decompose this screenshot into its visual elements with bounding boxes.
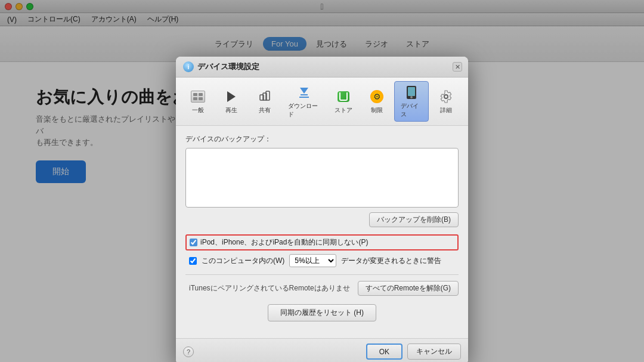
toolbar-general-button[interactable]: 一般 bbox=[182, 86, 214, 117]
device-icon-shape bbox=[407, 86, 416, 99]
computer-row: このコンピュータ内の(W) 5%以上 10%以上 15%以上 25%以上 データ… bbox=[185, 254, 459, 267]
backup-delete-button[interactable]: バックアップを削除(B) bbox=[369, 212, 459, 227]
help-button[interactable]: ? bbox=[183, 346, 194, 357]
gear-icon-svg bbox=[439, 89, 453, 104]
computer-checkbox-label: このコンピュータ内の(W) bbox=[202, 256, 284, 266]
backup-section-label: デバイスのバックアップ： bbox=[185, 134, 459, 144]
footer-buttons: OK キャンセル bbox=[366, 344, 461, 360]
remote-label: iTunesにペアリングされているRemoteはありませ bbox=[189, 283, 353, 293]
toolbar-general-label: 一般 bbox=[192, 106, 204, 115]
share-icon-svg bbox=[259, 91, 271, 103]
toolbar-device-label: デバイス bbox=[401, 102, 422, 119]
backup-list bbox=[185, 148, 459, 208]
sync-checkbox-label: iPod、iPhone、およびiPadを自動的に同期しない(P) bbox=[200, 237, 368, 247]
toolbar-device-button[interactable]: デバイス bbox=[394, 81, 429, 122]
divider bbox=[185, 274, 459, 275]
remote-section: iTunesにペアリングされているRemoteはありませ すべてのRemoteを… bbox=[185, 281, 459, 296]
toolbar-restrict-label: 制限 bbox=[371, 106, 383, 115]
share-icon bbox=[256, 88, 273, 105]
gear-icon bbox=[438, 88, 454, 105]
download-icon-shape bbox=[298, 87, 310, 98]
restrict-icon: ⚙ bbox=[369, 88, 385, 105]
sync-history-reset-button[interactable]: 同期の履歴をリセット (H) bbox=[268, 304, 376, 321]
dialog-icon: i bbox=[183, 61, 194, 72]
dialog-titlebar: i デバイス環境設定 ✕ bbox=[176, 57, 468, 78]
toolbar-share-label: 共有 bbox=[259, 106, 271, 115]
sync-checkbox-row: iPod、iPhone、およびiPadを自動的に同期しない(P) bbox=[185, 234, 459, 250]
percent-select[interactable]: 5%以上 10%以上 15%以上 25%以上 bbox=[289, 254, 336, 267]
dialog-close-button[interactable]: ✕ bbox=[453, 62, 462, 72]
toolbar-advanced-button[interactable]: 詳細 bbox=[430, 86, 462, 117]
device-settings-dialog: i デバイス環境設定 ✕ 一般 再生 bbox=[176, 57, 468, 362]
play-icon-shape bbox=[227, 91, 236, 102]
restrict-icon-shape: ⚙ bbox=[370, 90, 383, 103]
toolbar-restrict-button[interactable]: ⚙ 制限 bbox=[361, 86, 393, 117]
dialog-body: デバイスのバックアップ： バックアップを削除(B) iPod、iPhone、およ… bbox=[176, 126, 468, 338]
play-icon bbox=[223, 88, 240, 105]
store-icon-shape bbox=[338, 91, 349, 102]
cancel-button[interactable]: キャンセル bbox=[407, 344, 461, 360]
general-icon-shape bbox=[191, 91, 205, 103]
toolbar-store-button[interactable]: ストア bbox=[327, 86, 360, 117]
toolbar-store-label: ストア bbox=[335, 106, 352, 115]
ok-button[interactable]: OK bbox=[366, 344, 402, 360]
store-icon bbox=[335, 88, 352, 105]
sync-checkbox[interactable] bbox=[190, 239, 197, 246]
toolbar-advanced-label: 詳細 bbox=[440, 106, 452, 115]
remote-remove-button[interactable]: すべてのRemoteを解除(G) bbox=[358, 281, 459, 296]
toolbar-play-button[interactable]: 再生 bbox=[215, 86, 247, 117]
toolbar-download-button[interactable]: ダウンロード bbox=[282, 82, 326, 121]
dialog-toolbar: 一般 再生 共有 bbox=[176, 78, 468, 126]
device-icon bbox=[403, 84, 420, 101]
computer-checkbox[interactable] bbox=[189, 257, 197, 265]
general-icon bbox=[190, 88, 206, 105]
toolbar-download-label: ダウンロード bbox=[288, 102, 320, 119]
dialog-footer: ? OK キャンセル bbox=[176, 338, 468, 362]
toolbar-share-button[interactable]: 共有 bbox=[249, 86, 281, 117]
toolbar-play-label: 再生 bbox=[225, 106, 237, 115]
dialog-title: デバイス環境設定 bbox=[197, 61, 259, 72]
download-icon bbox=[296, 84, 312, 101]
data-warning-label: データが変更されるときに警告 bbox=[341, 256, 441, 266]
